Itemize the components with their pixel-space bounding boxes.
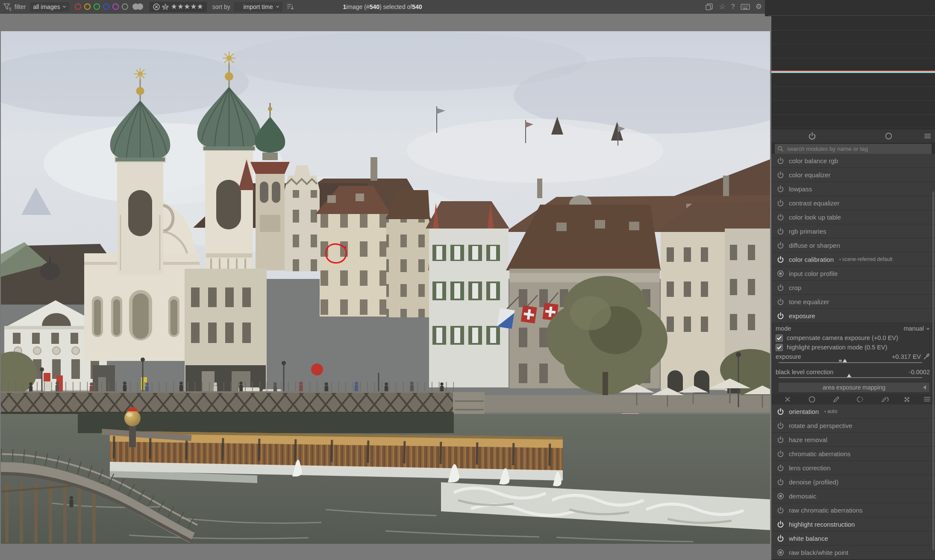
drawn-parametric-mask-icon[interactable] xyxy=(881,396,889,403)
module-diffuse-or-sharpen[interactable]: diffuse or sharpen xyxy=(771,238,935,252)
checkbox-row[interactable]: compensate camera exposure (+0.0 EV) xyxy=(771,333,935,343)
module-tone-equalizer[interactable]: tone equalizer xyxy=(771,295,935,309)
module-white-balance[interactable]: white balance xyxy=(771,531,935,545)
shortcuts-keyboard-icon[interactable] xyxy=(741,3,750,10)
presets-menu-icon[interactable] xyxy=(923,133,932,139)
panel-scrollbar[interactable] xyxy=(932,191,934,550)
photo-canvas[interactable] xyxy=(1,31,770,544)
power-icon[interactable] xyxy=(777,171,784,179)
blend-uniform-icon[interactable] xyxy=(808,396,816,403)
color-label-5[interactable] xyxy=(122,3,128,10)
module-color-balance-rgb[interactable]: color balance rgb xyxy=(771,154,935,168)
module-search-input[interactable]: search modules by name or tag xyxy=(775,144,932,154)
module-highlight-reconstruction[interactable]: highlight reconstruction xyxy=(771,517,935,531)
parametric-mask-icon[interactable] xyxy=(857,396,864,403)
color-label-3[interactable] xyxy=(103,3,109,10)
exposure-slider-value[interactable]: +0.317 EV xyxy=(892,353,921,360)
color-label-1[interactable] xyxy=(84,3,91,10)
always-on-icon[interactable] xyxy=(777,549,784,556)
power-icon[interactable] xyxy=(777,199,784,207)
exposure-slider-track[interactable] xyxy=(779,362,922,363)
module-rgb-primaries[interactable]: rgb primaries xyxy=(771,224,935,238)
power-icon[interactable] xyxy=(777,507,784,514)
power-icon[interactable] xyxy=(777,185,784,193)
checkbox-row[interactable]: highlight preservation mode (0.5 EV) xyxy=(771,343,935,352)
module-denoise-profiled-[interactable]: denoise (profiled) xyxy=(771,475,935,489)
module-suffix: auto xyxy=(824,408,837,414)
black-level-value[interactable]: -0.0002 xyxy=(909,369,930,375)
always-on-icon[interactable] xyxy=(777,493,784,500)
power-icon[interactable] xyxy=(777,312,784,320)
power-icon[interactable] xyxy=(777,464,784,472)
black-level-slider-track[interactable] xyxy=(779,377,922,378)
color-picker-icon[interactable] xyxy=(923,353,930,360)
grouping-icon[interactable] xyxy=(705,3,714,11)
module-demosaic[interactable]: demosaic xyxy=(771,489,935,503)
rating-stars[interactable]: ★★★★★ xyxy=(171,3,203,10)
power-icon[interactable] xyxy=(777,256,784,263)
module-lowpass[interactable]: lowpass xyxy=(771,182,935,196)
power-icon[interactable] xyxy=(777,284,784,291)
module-color-look-up-table[interactable]: color look up table xyxy=(771,210,935,224)
power-icon[interactable] xyxy=(777,214,784,221)
power-icon[interactable] xyxy=(777,436,784,443)
power-icon[interactable] xyxy=(777,242,784,249)
module-color-equalizer[interactable]: color equalizer xyxy=(771,168,935,182)
module-raw-chromatic-aberrations[interactable]: raw chromatic aberrations xyxy=(771,503,935,517)
power-icon[interactable] xyxy=(777,450,784,457)
black-level-label: black level correction xyxy=(776,369,833,375)
grouping-filter-icon[interactable] xyxy=(132,3,144,10)
power-icon[interactable] xyxy=(777,521,784,528)
help-icon[interactable]: ? xyxy=(731,3,735,11)
blend-off-icon[interactable] xyxy=(784,396,791,403)
expand-left-icon[interactable] xyxy=(922,385,926,390)
power-icon[interactable] xyxy=(777,298,784,305)
scopes-histogram[interactable] xyxy=(771,16,935,129)
module-raw-black-white-point[interactable]: raw black/white point xyxy=(771,545,935,560)
preferences-gear-icon[interactable]: ⚙ xyxy=(756,3,762,10)
filter-funnel-icon[interactable] xyxy=(3,2,12,12)
module-haze-removal[interactable]: haze removal xyxy=(771,433,935,447)
module-contrast-equalizer[interactable]: contrast equalizer xyxy=(771,196,935,210)
favorites-star-icon[interactable]: ☆ xyxy=(719,3,726,10)
top-panel-grip[interactable] xyxy=(768,15,935,16)
module-lens-correction[interactable]: lens correction xyxy=(771,461,935,475)
zero-star-icon[interactable] xyxy=(162,3,169,11)
module-input-color-profile[interactable]: input color profile xyxy=(771,267,935,281)
power-icon[interactable] xyxy=(777,228,784,235)
sort-dropdown[interactable]: import time xyxy=(234,2,282,12)
raster-mask-icon[interactable] xyxy=(903,396,911,403)
slider-handle[interactable] xyxy=(847,374,851,377)
module-label: color look up table xyxy=(789,214,841,221)
rating-filter[interactable]: ★★★★★ xyxy=(149,2,206,12)
area-exposure-mapping-button[interactable]: area exposure mapping xyxy=(779,383,929,392)
module-crop[interactable]: crop xyxy=(771,281,935,295)
reject-icon[interactable] xyxy=(153,3,160,11)
color-label-4[interactable] xyxy=(112,3,119,10)
power-icon[interactable] xyxy=(777,478,784,486)
power-icon[interactable] xyxy=(777,157,784,164)
slider-handle[interactable] xyxy=(843,359,847,362)
checkbox[interactable] xyxy=(776,344,783,351)
color-label-2[interactable] xyxy=(94,3,100,10)
checkbox[interactable] xyxy=(776,334,783,342)
module-chromatic-aberrations[interactable]: chromatic aberrations xyxy=(771,447,935,461)
power-icon[interactable] xyxy=(777,408,784,415)
active-modules-group-icon[interactable] xyxy=(808,132,816,140)
drawn-mask-icon[interactable] xyxy=(832,396,840,403)
blend-menu-icon[interactable] xyxy=(923,396,931,402)
mode-value[interactable]: manual xyxy=(903,325,924,332)
module-rotate-and-perspective[interactable]: rotate and perspective xyxy=(771,419,935,433)
color-label-0[interactable] xyxy=(75,3,81,10)
module-color-calibration[interactable]: color calibrationscene-referred default xyxy=(771,252,935,267)
power-icon[interactable] xyxy=(777,422,784,429)
power-icon[interactable] xyxy=(777,535,784,542)
collection-dropdown[interactable]: all images xyxy=(30,2,69,12)
sort-ascending-icon[interactable] xyxy=(286,3,294,11)
module-orientation[interactable]: orientationauto xyxy=(771,405,935,419)
mode-row[interactable]: mode manual xyxy=(771,324,935,333)
always-on-icon[interactable] xyxy=(777,270,784,277)
search-placeholder: search modules by name or tag xyxy=(787,146,868,152)
modules-group-circle-icon[interactable] xyxy=(885,132,893,140)
module-exposure[interactable]: exposure xyxy=(771,309,935,323)
